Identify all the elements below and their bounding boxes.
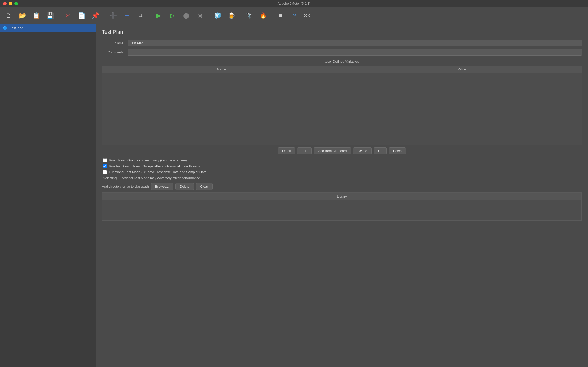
add-button[interactable]: ➕ [107,9,120,22]
function-helper-button[interactable]: ≡ [274,9,287,22]
detail-button[interactable]: Detail [278,147,295,154]
start-no-pauses-button[interactable]: ▷ [166,9,179,22]
run-thread-groups-checkbox[interactable] [103,158,107,162]
save-button[interactable]: 💾 [44,9,57,22]
comments-label: Comments: [102,50,128,54]
jar1-button[interactable]: 🧊 [211,9,224,22]
classpath-delete-button[interactable]: Delete [175,183,194,190]
udv-title: User Defined Variables [102,60,582,63]
comments-input[interactable] [128,49,582,56]
checkbox-row-2: Run tearDown Thread Groups after shutdow… [102,164,582,168]
run-thread-groups-label: Run Thread Groups consecutively (i.e. on… [109,158,187,162]
toolbar-separator-3 [150,10,150,21]
shutdown-button[interactable]: ◉ [193,9,207,22]
page-title: Test Plan [102,29,582,35]
clear-button[interactable]: ⌗ [134,9,148,22]
classpath-label: Add directory or jar to classpath [102,185,149,188]
cut-button[interactable]: ✂ [61,9,75,22]
name-row: Name: [102,40,582,46]
sidebar-item-test-plan[interactable]: 🔷 Test Plan [0,24,96,32]
name-label: Name: [102,41,128,45]
window-title: Apache JMeter (5.2.1) [278,2,311,5]
run-teardown-checkbox[interactable] [103,164,107,168]
sidebar: 🔷 Test Plan ⋮⋮ [0,24,96,367]
window-controls [3,2,18,5]
library-table: Library [102,192,582,221]
sidebar-item-label: Test Plan [10,26,23,30]
udv-button-row: Detail Add Add from Clipboard Delete Up … [102,147,582,154]
timer-display: 00:0 [304,14,310,17]
title-bar: Apache JMeter (5.2.1) [0,0,588,7]
reset-button[interactable]: 🔥 [256,9,270,22]
test-plan-icon: 🔷 [3,26,8,30]
jar2-button[interactable]: 🍺 [225,9,238,22]
search-button[interactable]: 🔭 [243,9,256,22]
browse-button[interactable]: Browse... [151,183,173,190]
checkbox-row-3: Functional Test Mode (i.e. save Response… [102,170,582,174]
open-button[interactable]: 📂 [16,9,29,22]
checkbox-row-1: Run Thread Groups consecutively (i.e. on… [102,158,582,162]
copy-button[interactable]: 📄 [75,9,88,22]
paste-button[interactable]: 📌 [89,9,102,22]
functional-test-label: Functional Test Mode (i.e. save Response… [109,170,208,174]
udv-col-name: Name: [102,66,342,73]
name-input[interactable] [128,40,582,46]
sidebar-resizer[interactable]: ⋮⋮ [92,193,96,198]
classpath-row: Add directory or jar to classpath Browse… [102,183,582,190]
main-layout: 🔷 Test Plan ⋮⋮ Test Plan Name: Comments:… [0,24,588,367]
comments-row: Comments: [102,49,582,56]
toolbar-separator-1 [59,10,59,21]
run-teardown-label: Run tearDown Thread Groups after shutdow… [109,164,200,168]
library-body[interactable] [102,200,582,221]
add-from-clipboard-button[interactable]: Add from Clipboard [314,147,351,154]
start-button[interactable]: ▶ [152,9,165,22]
udv-table-body[interactable] [102,73,582,145]
up-button[interactable]: Up [374,147,387,154]
options-section: Run Thread Groups consecutively (i.e. on… [102,158,582,180]
udv-delete-button[interactable]: Delete [353,147,372,154]
content-area: Test Plan Name: Comments: User Defined V… [96,24,588,367]
udv-col-value: Value [342,66,582,73]
udv-add-button[interactable]: Add [297,147,312,154]
toolbar-separator-4 [209,10,209,21]
toolbar-separator-2 [104,10,104,21]
close-button[interactable] [3,2,7,5]
toolbar-separator-5 [240,10,240,21]
clear-classpath-button[interactable]: Clear [196,183,213,190]
stop-button[interactable]: ⬤ [180,9,193,22]
main-toolbar: 🗋 📂 📋 💾 ✂ 📄 📌 ➕ − ⌗ ▶ ▷ ⬤ ◉ 🧊 🍺 🔭 🔥 ≡ ? … [0,7,588,24]
down-button[interactable]: Down [389,147,406,154]
remove-button[interactable]: − [120,9,134,22]
templates-button[interactable]: 📋 [30,9,43,22]
new-button[interactable]: 🗋 [2,9,15,22]
functional-hint: Selecting Functional Test Mode may adver… [102,176,582,180]
minimize-button[interactable] [9,2,12,5]
maximize-button[interactable] [14,2,18,5]
udv-table: Name: Value [102,66,582,145]
toolbar-separator-6 [272,10,272,21]
library-header: Library [102,193,582,200]
udv-table-header: Name: Value [102,66,582,73]
udv-section: User Defined Variables Name: Value Detai… [102,60,582,154]
help-button[interactable]: ? [288,9,301,22]
functional-test-checkbox[interactable] [103,170,107,174]
